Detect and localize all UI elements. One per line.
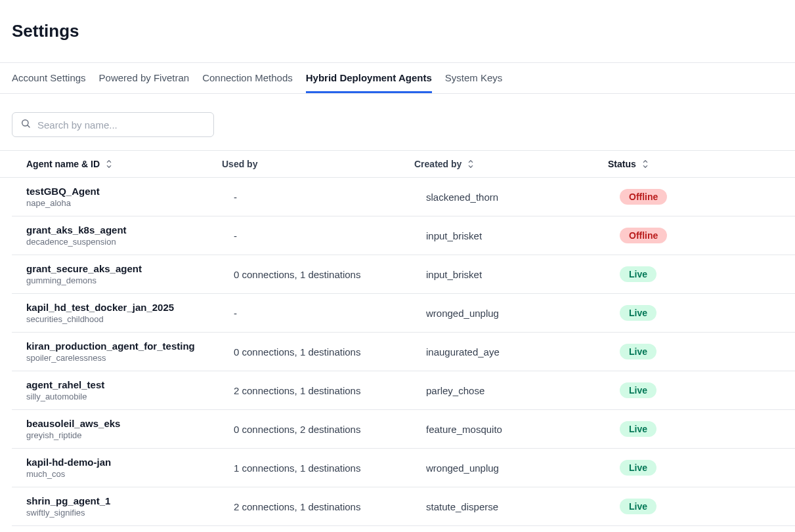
agent-name: kapil-hd-demo-jan — [26, 457, 234, 468]
cell-status: Live — [620, 305, 795, 321]
cell-created-by: input_brisket — [426, 269, 620, 280]
column-header-created-by-label: Created by — [414, 159, 462, 169]
search-icon — [20, 118, 37, 131]
cell-used-by: 1 connections, 1 destinations — [234, 462, 426, 474]
search-box[interactable] — [12, 112, 214, 137]
table-body: testGBQ_Agentnape_aloha-slackened_thornO… — [0, 178, 795, 532]
cell-used-by: - — [234, 230, 426, 241]
cell-used-by: 2 connections, 1 destinations — [234, 385, 426, 396]
status-badge: Live — [620, 382, 656, 398]
cell-used-by: - — [234, 192, 426, 203]
cell-status: Offline — [620, 228, 795, 243]
cell-status: Live — [620, 266, 795, 282]
sort-icon — [467, 159, 475, 169]
cell-used-by: 0 connections, 1 destinations — [234, 269, 426, 280]
cell-agent-name-id: kapil-hd-demo-janmuch_cos — [12, 457, 234, 479]
cell-status: Offline — [620, 189, 795, 205]
sort-icon — [105, 159, 113, 169]
cell-used-by: 0 connections, 2 destinations — [234, 424, 426, 435]
sort-icon — [641, 159, 649, 169]
column-header-created-by[interactable]: Created by — [414, 159, 608, 169]
cell-created-by: feature_mosquito — [426, 424, 620, 435]
agent-id: decadence_suspension — [26, 237, 234, 247]
status-badge: Live — [620, 421, 656, 437]
agent-name: shrin_pg_agent_1 — [26, 495, 234, 506]
table-row[interactable]: grant_aks_k8s_agentdecadence_suspension-… — [12, 216, 795, 255]
cell-agent-name-id: shrin_pg_agent_1swiftly_signifies — [12, 495, 234, 518]
cell-agent-name-id: testGBQ_Agentnape_aloha — [12, 186, 234, 208]
agent-name: grant_secure_aks_agent — [26, 263, 234, 274]
table-row[interactable]: shrin_pg_agent_1swiftly_signifies2 conne… — [12, 487, 795, 526]
tab-powered-by-fivetran[interactable]: Powered by Fivetran — [99, 63, 190, 93]
table-row[interactable]: grant_secure_aks_agentgumming_demons0 co… — [12, 255, 795, 294]
status-badge: Live — [620, 344, 656, 359]
search-wrap — [0, 94, 795, 150]
cell-agent-name-id: grant_aks_k8s_agentdecadence_suspension — [12, 224, 234, 247]
tab-system-keys[interactable]: System Keys — [445, 63, 503, 93]
cell-status: Live — [620, 344, 795, 359]
cell-status: Live — [620, 382, 795, 398]
agent-id: securities_childhood — [26, 314, 234, 324]
agent-id: silly_automobile — [26, 392, 234, 401]
column-header-used-by: Used by — [222, 159, 414, 169]
status-badge: Live — [620, 266, 656, 282]
tab-account-settings[interactable]: Account Settings — [12, 63, 86, 93]
svg-line-1 — [28, 125, 30, 127]
cell-status: Live — [620, 460, 795, 476]
tab-hybrid-deployment-agents[interactable]: Hybrid Deployment Agents — [306, 63, 432, 93]
agents-table: Agent name & ID Used by Created by Statu… — [0, 150, 795, 532]
cell-used-by: - — [234, 308, 426, 319]
agent-id: gumming_demons — [26, 276, 234, 285]
cell-created-by: wronged_unplug — [426, 308, 620, 319]
agent-id: greyish_riptide — [26, 430, 234, 440]
column-header-status-label: Status — [608, 159, 636, 169]
column-header-used-by-label: Used by — [222, 159, 257, 169]
cell-used-by: 0 connections, 1 destinations — [234, 346, 426, 358]
cell-agent-name-id: agent_rahel_testsilly_automobile — [12, 379, 234, 401]
table-header: Agent name & ID Used by Created by Statu… — [0, 150, 795, 178]
status-badge: Offline — [620, 228, 667, 243]
search-input[interactable] — [37, 119, 205, 131]
agent-name: beausoleil_aws_eks — [26, 418, 234, 429]
agent-name: kapil_hd_test_docker_jan_2025 — [26, 302, 234, 313]
agent-id: spoiler_carelessness — [26, 353, 234, 363]
status-badge: Live — [620, 305, 656, 321]
status-badge: Offline — [620, 189, 667, 205]
cell-created-by: inaugurated_aye — [426, 346, 620, 358]
tabs: Account SettingsPowered by FivetranConne… — [12, 63, 783, 93]
table-row[interactable]: sterblan_azure_test1relaxed_judging0 con… — [12, 526, 795, 532]
agent-name: testGBQ_Agent — [26, 186, 234, 197]
column-header-name-label: Agent name & ID — [26, 159, 100, 169]
table-row[interactable]: kapil-hd-demo-janmuch_cos1 connections, … — [12, 449, 795, 487]
agent-id: nape_aloha — [26, 198, 234, 208]
cell-status: Live — [620, 421, 795, 437]
table-row[interactable]: testGBQ_Agentnape_aloha-slackened_thornO… — [12, 178, 795, 216]
status-badge: Live — [620, 460, 656, 476]
agent-id: much_cos — [26, 469, 234, 479]
column-header-name[interactable]: Agent name & ID — [0, 159, 222, 169]
cell-used-by: 2 connections, 1 destinations — [234, 501, 426, 512]
agent-name: agent_rahel_test — [26, 379, 234, 390]
cell-agent-name-id: grant_secure_aks_agentgumming_demons — [12, 263, 234, 285]
cell-status: Live — [620, 499, 795, 514]
table-row[interactable]: kapil_hd_test_docker_jan_2025securities_… — [12, 294, 795, 333]
agent-name: kiran_production_agent_for_testing — [26, 340, 234, 352]
cell-created-by: statute_disperse — [426, 501, 620, 512]
page-title: Settings — [0, 0, 795, 62]
cell-created-by: parley_chose — [426, 385, 620, 396]
status-badge: Live — [620, 499, 656, 514]
agent-name: grant_aks_k8s_agent — [26, 224, 234, 235]
column-header-status[interactable]: Status — [608, 159, 795, 169]
table-row[interactable]: agent_rahel_testsilly_automobile2 connec… — [12, 371, 795, 410]
cell-created-by: wronged_unplug — [426, 462, 620, 474]
table-row[interactable]: kiran_production_agent_for_testingspoile… — [12, 333, 795, 371]
cell-agent-name-id: kapil_hd_test_docker_jan_2025securities_… — [12, 302, 234, 324]
tab-connection-methods[interactable]: Connection Methods — [202, 63, 293, 93]
cell-created-by: slackened_thorn — [426, 192, 620, 203]
cell-created-by: input_brisket — [426, 230, 620, 241]
table-row[interactable]: beausoleil_aws_eksgreyish_riptide0 conne… — [12, 410, 795, 449]
tabs-container: Account SettingsPowered by FivetranConne… — [0, 62, 795, 94]
cell-agent-name-id: kiran_production_agent_for_testingspoile… — [12, 340, 234, 363]
cell-agent-name-id: beausoleil_aws_eksgreyish_riptide — [12, 418, 234, 440]
agent-id: swiftly_signifies — [26, 508, 234, 518]
